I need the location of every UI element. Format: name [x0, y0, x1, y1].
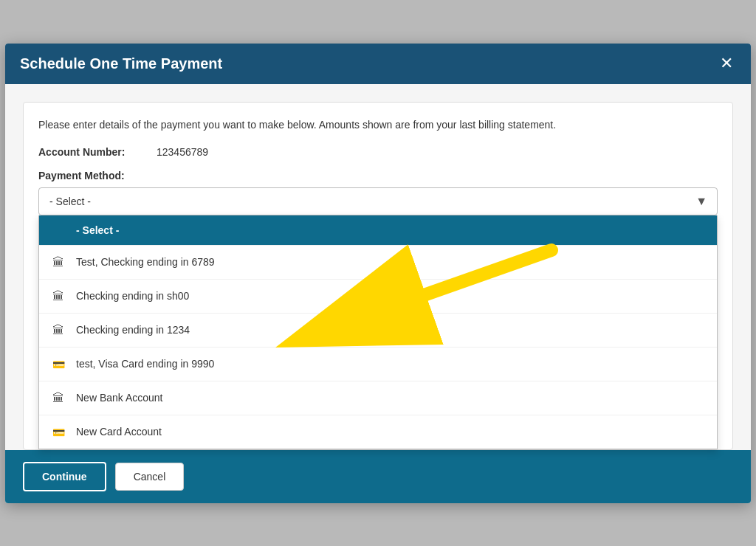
modal-title: Schedule One Time Payment — [20, 55, 222, 72]
payment-method-dropdown: - Select - Test, Checking ending in 6789… — [38, 215, 718, 449]
modal-footer: Continue Cancel — [5, 450, 751, 503]
modal-body: Please enter details of the payment you … — [5, 84, 751, 450]
bank-icon-4 — [49, 390, 67, 406]
card-icon-1 — [49, 356, 67, 372]
dropdown-option-select-default[interactable]: - Select - — [39, 215, 717, 246]
bank-icon-1 — [49, 255, 67, 270]
cancel-button[interactable]: Cancel — [115, 463, 185, 491]
schedule-payment-modal: Schedule One Time Payment ✕ Please enter… — [5, 44, 751, 503]
continue-button[interactable]: Continue — [23, 462, 106, 491]
dropdown-option-label: Test, Checking ending in 6789 — [76, 256, 215, 268]
account-number-row: Account Number: 123456789 — [38, 146, 718, 158]
payment-method-select[interactable]: - Select - — [38, 187, 718, 215]
modal-container: Schedule One Time Payment ✕ Please enter… — [5, 44, 751, 503]
dropdown-option-label: test, Visa Card ending in 9990 — [76, 358, 214, 370]
dropdown-option-checking-sh00[interactable]: Checking ending in sh00 — [39, 280, 717, 314]
dropdown-option-new-bank[interactable]: New Bank Account — [39, 381, 717, 415]
card-icon-2 — [49, 424, 67, 440]
dropdown-option-label: Checking ending in 1234 — [76, 324, 190, 336]
dropdown-option-checking-6789[interactable]: Test, Checking ending in 6789 — [39, 246, 717, 280]
dropdown-option-label: New Bank Account — [76, 392, 163, 404]
dropdown-option-label: - Select - — [76, 224, 119, 236]
select-display-value: - Select - — [49, 196, 91, 207]
dropdown-option-new-card[interactable]: New Card Account — [39, 415, 717, 449]
dropdown-option-label: Checking ending in sh00 — [76, 290, 189, 302]
payment-method-select-wrapper: - Select - ▼ — [38, 187, 718, 215]
dropdown-option-checking-1234[interactable]: Checking ending in 1234 — [39, 314, 717, 348]
bank-icon-3 — [49, 322, 67, 338]
form-card: Please enter details of the payment you … — [23, 102, 733, 450]
payment-method-label: Payment Method: — [38, 170, 718, 182]
dropdown-option-visa-9990[interactable]: test, Visa Card ending in 9990 — [39, 348, 717, 381]
modal-close-button[interactable]: ✕ — [717, 55, 736, 72]
modal-header: Schedule One Time Payment ✕ — [5, 44, 751, 84]
bank-icon-2 — [49, 288, 67, 304]
account-number-value: 123456789 — [157, 146, 208, 158]
modal-overlay: Schedule One Time Payment ✕ Please enter… — [0, 0, 756, 546]
dropdown-option-label: New Card Account — [76, 426, 162, 438]
account-number-label: Account Number: — [38, 146, 157, 158]
info-text: Please enter details of the payment you … — [38, 117, 718, 133]
